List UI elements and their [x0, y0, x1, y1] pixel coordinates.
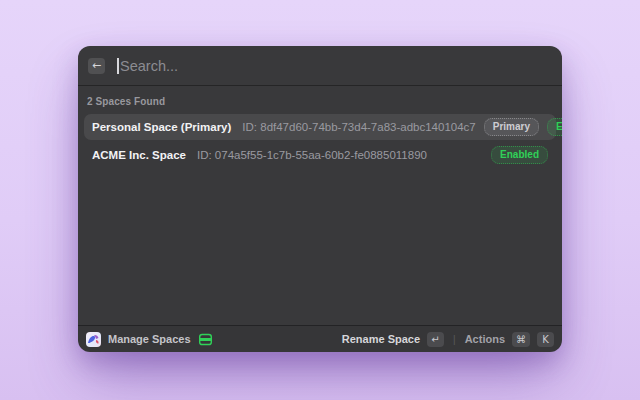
- text-caret: [117, 58, 119, 74]
- search-input[interactable]: [105, 58, 550, 74]
- results-count-header: 2 Spaces Found: [78, 92, 562, 114]
- actions-menu-button[interactable]: Actions: [465, 333, 505, 345]
- primary-badge: Primary: [484, 118, 539, 136]
- manage-spaces-label: Manage Spaces: [108, 333, 191, 345]
- return-key-icon: ↵: [427, 332, 444, 347]
- footer-action-bar: Manage Spaces Rename Space ↵ | Actions ⌘…: [78, 325, 562, 352]
- list-item-personal-space[interactable]: Personal Space (Primary) ID: 8df47d60-74…: [84, 114, 556, 140]
- enabled-badge: Enabled: [547, 118, 562, 136]
- list-item-acme-space[interactable]: ACME Inc. Space ID: 074a5f55-1c7b-55aa-6…: [84, 142, 556, 168]
- back-button[interactable]: ←: [88, 58, 105, 74]
- back-arrow-icon: ←: [92, 59, 101, 72]
- space-title: Personal Space (Primary): [92, 121, 231, 133]
- search-bar: ←: [78, 46, 562, 86]
- space-id: ID: 074a5f55-1c7b-55aa-60b2-fe0885011890: [197, 149, 427, 161]
- spaces-deck-icon: [198, 332, 213, 347]
- manage-spaces-button[interactable]: Manage Spaces: [86, 332, 213, 347]
- space-id: ID: 8df47d60-74bb-73d4-7a83-adbc140104c7: [242, 121, 475, 133]
- space-title: ACME Inc. Space: [92, 149, 186, 161]
- command-key-icon: ⌘: [512, 332, 530, 347]
- command-palette-window: ← 2 Spaces Found Personal Space (Primary…: [78, 46, 562, 352]
- footer-separator: |: [451, 334, 458, 345]
- k-key-icon: K: [537, 332, 554, 347]
- browser-app-icon: [86, 332, 101, 347]
- results-list: 2 Spaces Found Personal Space (Primary) …: [78, 86, 562, 325]
- footer-right-actions: Rename Space ↵ | Actions ⌘ K: [342, 332, 554, 347]
- rename-space-button[interactable]: Rename Space: [342, 333, 420, 345]
- desktop-background: ← 2 Spaces Found Personal Space (Primary…: [0, 0, 640, 400]
- search-input-wrap: [105, 46, 550, 85]
- enabled-badge: Enabled: [491, 146, 548, 164]
